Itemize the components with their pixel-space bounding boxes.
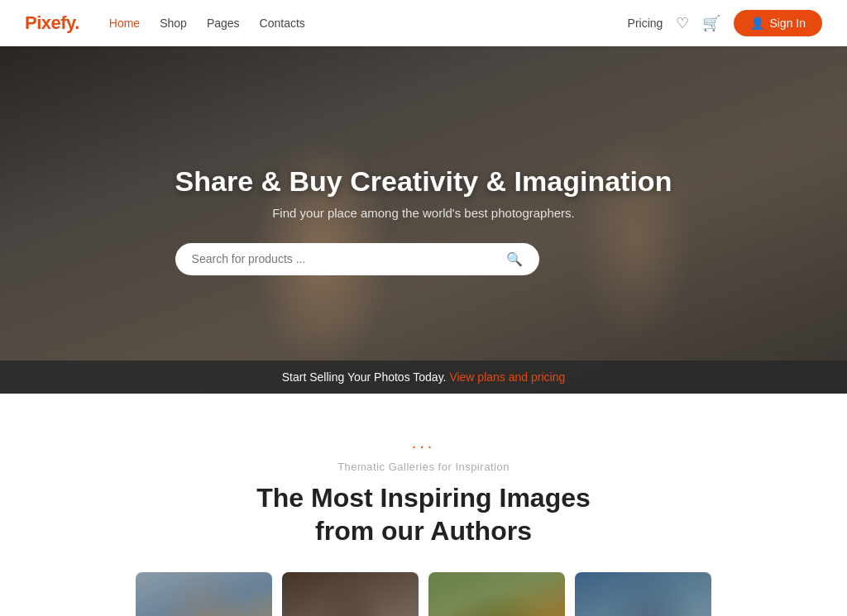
navbar: Pixefy. Home Shop Pages Contacts Pricing… <box>0 0 847 46</box>
signin-button[interactable]: 👤 Sign In <box>734 10 822 36</box>
banner-text: Start Selling Your Photos Today. <box>282 370 447 384</box>
logo-text: Pixefy <box>25 12 74 33</box>
nav-item-shop[interactable]: Shop <box>160 16 187 31</box>
nav-link-home[interactable]: Home <box>109 17 140 30</box>
nav-item-contacts[interactable]: Contacts <box>260 16 305 31</box>
logo[interactable]: Pixefy. <box>25 12 79 34</box>
cart-icon[interactable]: 🛒 <box>702 14 720 32</box>
gallery-card-travel[interactable]: Travel <box>575 572 711 616</box>
section-subtitle: Thematic Galleries for Inspiration <box>17 461 830 473</box>
gallery-card-fashion[interactable]: Fashion <box>282 572 419 616</box>
nav-links: Home Shop Pages Contacts <box>109 16 628 31</box>
nav-item-home[interactable]: Home <box>109 16 140 31</box>
signin-label: Sign In <box>769 17 806 30</box>
gallery-section: ... Thematic Galleries for Inspiration T… <box>0 394 847 547</box>
logo-dot: . <box>74 12 79 33</box>
user-icon: 👤 <box>750 17 764 30</box>
hero-banner: Start Selling Your Photos Today. View pl… <box>0 361 847 394</box>
hero-subtitle: Find your place among the world's best p… <box>175 206 672 220</box>
hero-content: Share & Buy Creativity & Imagination Fin… <box>159 165 689 275</box>
decorative-dots: ... <box>17 433 830 452</box>
nav-item-pages[interactable]: Pages <box>207 16 240 31</box>
search-input[interactable] <box>192 252 506 265</box>
gallery-card-family[interactable]: Family <box>136 572 272 616</box>
gallery-card-nature[interactable]: Nature <box>428 572 565 616</box>
pricing-link[interactable]: Pricing <box>628 17 663 30</box>
section-title: The Most Inspiring Images from our Autho… <box>17 481 830 547</box>
heart-icon[interactable]: ♡ <box>676 14 689 32</box>
nav-link-pages[interactable]: Pages <box>207 17 240 30</box>
hero-title: Share & Buy Creativity & Imagination <box>175 165 672 198</box>
hero-section: Share & Buy Creativity & Imagination Fin… <box>0 46 847 394</box>
nav-link-contacts[interactable]: Contacts <box>260 17 305 30</box>
navbar-right: Pricing ♡ 🛒 👤 Sign In <box>628 10 822 36</box>
nav-link-shop[interactable]: Shop <box>160 17 187 30</box>
gallery-row: Family Fashion Nature Travel <box>0 572 847 616</box>
search-icon: 🔍 <box>506 251 523 267</box>
search-bar[interactable]: 🔍 <box>175 243 539 275</box>
banner-link[interactable]: View plans and pricing <box>449 370 565 384</box>
